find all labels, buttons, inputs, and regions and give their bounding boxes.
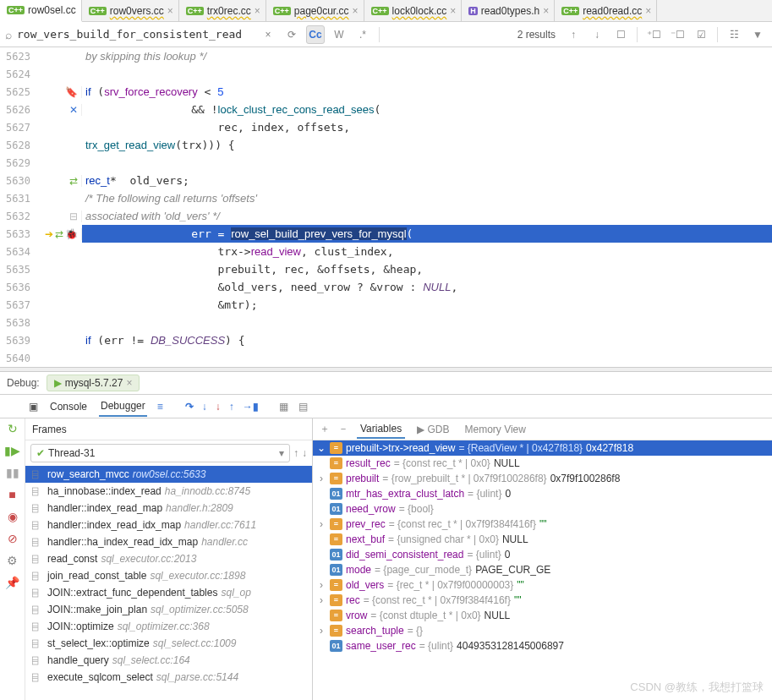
remove-selection[interactable]: ⁻☐	[668, 25, 687, 44]
step-into[interactable]: ↓	[202, 401, 207, 413]
editor-tab[interactable]: C++lock0lock.cc×	[364, 0, 463, 21]
select-all-matches[interactable]: ☐	[611, 25, 630, 44]
more-icon[interactable]: ▤	[298, 401, 308, 413]
variable-row[interactable]: ›=prebuilt = {row_prebuilt_t * | 0x7f9f1…	[313, 471, 772, 486]
code-line[interactable]: prebuilt, rec, &offsets, &heap,	[82, 260, 772, 278]
stack-frame[interactable]: ⌸JOIN::extract_func_dependent_tables sql…	[25, 584, 312, 601]
variable-row[interactable]: 01mtr_has_extra_clust_latch = {ulint} 0	[313, 486, 772, 501]
frame-up[interactable]: ↑	[293, 447, 298, 459]
mute-breakpoints[interactable]: ⊘	[8, 532, 18, 545]
search-refresh[interactable]: ⟳	[282, 25, 301, 44]
code-line[interactable]	[82, 65, 772, 83]
editor-tab[interactable]: C++trx0rec.cc×	[179, 0, 266, 21]
stack-frame[interactable]: ⌸join_read_const_table sql_executor.cc:1…	[25, 567, 312, 584]
stack-frame[interactable]: ⌸read_const sql_executor.cc:2013	[25, 550, 312, 567]
close-icon[interactable]: ×	[126, 377, 132, 389]
stack-frame[interactable]: ⌸row_search_mvcc row0sel.cc:5633	[25, 466, 312, 483]
force-step-into[interactable]: ↓	[216, 401, 221, 413]
add-selection[interactable]: ⁺☐	[644, 25, 663, 44]
filter-icon[interactable]: ▼	[748, 25, 767, 44]
variables-tab[interactable]: Variables	[357, 420, 405, 439]
editor-tab[interactable]: Hread0types.h×	[462, 0, 555, 21]
code-line[interactable]	[82, 314, 772, 331]
code-line[interactable]: associated with 'old_vers' */	[82, 207, 772, 225]
pause-icon[interactable]: ▮▮	[6, 466, 19, 479]
variable-row[interactable]: =next_buf = {unsigned char * | 0x0} NULL	[313, 532, 772, 547]
code-line[interactable]: rec_t* old_vers;	[82, 172, 772, 189]
code-line[interactable]: err = row_sel_build_prev_vers_for_mysql(	[82, 225, 772, 243]
threads-icon[interactable]: ≡	[157, 401, 163, 413]
expand-arrow[interactable]: ›	[316, 625, 326, 637]
next-match[interactable]: ↓	[588, 25, 606, 44]
editor-tab[interactable]: C++row0sel.cc×	[0, 0, 82, 22]
variable-row[interactable]: ›=search_tuple = {}	[313, 623, 772, 638]
memory-view-tab[interactable]: Memory View	[462, 421, 529, 438]
evaluate-expression[interactable]: ▦	[279, 401, 288, 413]
gutter-marks[interactable]: ⊟	[36, 211, 82, 222]
gutter-marks[interactable]: 🔖	[36, 86, 82, 98]
stack-frame[interactable]: ⌸st_select_lex::optimize sql_select.cc:1…	[25, 635, 312, 652]
stack-frame[interactable]: ⌸JOIN::make_join_plan sql_optimizer.cc:5…	[25, 601, 312, 618]
variable-row[interactable]: =result_rec = {const rec_t * | 0x0} NULL	[313, 456, 772, 471]
code-line[interactable]: trx_get_read_view(trx))) {	[82, 136, 772, 154]
editor-tab[interactable]: C++page0cur.cc×	[266, 0, 364, 21]
console-icon[interactable]: ▣	[29, 401, 38, 413]
variable-row[interactable]: 01need_vrow = {bool}	[313, 501, 772, 517]
code-line[interactable]: /* The following call returns 'offsets'	[82, 189, 772, 207]
code-line[interactable]: &old_vers, need_vrow ? &vrow : NULL,	[82, 278, 772, 296]
gutter-marks[interactable]: ⇄	[36, 175, 82, 187]
stack-frame[interactable]: ⌸handler::ha_index_read_idx_map handler.…	[25, 533, 312, 550]
close-icon[interactable]: ×	[645, 5, 651, 17]
variable-row[interactable]: ›=rec = {const rec_t * | 0x7f9f384f416f}…	[313, 593, 772, 608]
editor-tab[interactable]: C++read0read.cc×	[555, 0, 657, 21]
regex-toggle[interactable]: .*	[353, 25, 372, 44]
expand-arrow[interactable]: ⌄	[316, 442, 326, 454]
pin-icon[interactable]: 📌	[5, 576, 19, 589]
variable-row[interactable]: ⌄=prebuilt->trx->read_view = {ReadView *…	[313, 440, 772, 456]
step-over[interactable]: ↷	[185, 401, 194, 413]
run-to-cursor[interactable]: →▮	[243, 401, 259, 413]
select-all[interactable]: ☑	[692, 25, 710, 44]
add-watch[interactable]: ＋	[320, 422, 330, 436]
close-icon[interactable]: ×	[353, 5, 359, 17]
stop-icon[interactable]: ■	[8, 488, 15, 501]
variable-row[interactable]: 01mode = {page_cur_mode_t} PAGE_CUR_GE	[313, 562, 772, 577]
console-tab[interactable]: Console	[48, 397, 89, 416]
whole-word-toggle[interactable]: W	[330, 25, 348, 44]
variable-row[interactable]: =vrow = {const dtuple_t * | 0x0} NULL	[313, 608, 772, 623]
close-icon[interactable]: ×	[450, 5, 456, 17]
close-icon[interactable]: ×	[543, 5, 549, 17]
debug-settings-icon[interactable]: ⚙	[7, 554, 18, 567]
gutter-marks[interactable]: ➔⇄🐞	[36, 228, 82, 240]
expand-arrow[interactable]: ›	[316, 473, 326, 484]
variable-row[interactable]: 01same_user_rec = {ulint} 40493531281450…	[313, 638, 772, 654]
search-input[interactable]	[17, 28, 254, 41]
code-editor[interactable]: 562356245625🔖5626✕5627562856295630⇄56315…	[0, 47, 772, 367]
code-line[interactable]: trx->read_view, clust_index,	[82, 243, 772, 260]
variable-row[interactable]: 01did_semi_consistent_read = {ulint} 0	[313, 547, 772, 562]
code-line[interactable]: if (err != DB_SUCCESS) {	[82, 331, 772, 349]
remove-watch[interactable]: －	[338, 422, 348, 436]
editor-tab[interactable]: C++row0vers.cc×	[82, 0, 179, 21]
variable-row[interactable]: ›=old_vers = {rec_t * | 0x7f9f00000003} …	[313, 577, 772, 593]
run-config[interactable]: ▶ mysql-5.7.27 ×	[47, 375, 140, 391]
code-line[interactable]: if (srv_force_recovery < 5	[82, 83, 772, 101]
close-icon[interactable]: ×	[167, 5, 173, 17]
clear-search[interactable]: ×	[259, 25, 277, 44]
stack-frame[interactable]: ⌸JOIN::optimize sql_optimizer.cc:368	[25, 618, 312, 635]
expand-arrow[interactable]: ›	[316, 579, 326, 591]
frame-down[interactable]: ↓	[302, 447, 307, 459]
gutter-marks[interactable]: ✕	[36, 104, 82, 116]
code-line[interactable]: rec, index, offsets,	[82, 118, 772, 136]
code-line[interactable]: by skipping this lookup */	[82, 47, 772, 65]
step-out[interactable]: ↑	[229, 401, 234, 413]
debugger-tab[interactable]: Debugger	[99, 396, 147, 417]
thread-selector[interactable]: ✔ Thread-31 ▾	[30, 444, 290, 462]
close-icon[interactable]: ×	[255, 5, 260, 17]
code-line[interactable]: && !lock_clust_rec_cons_read_sees(	[82, 101, 772, 118]
stack-frame[interactable]: ⌸ha_innobase::index_read ha_innodb.cc:87…	[25, 483, 312, 500]
code-line[interactable]	[82, 349, 772, 367]
resume-icon[interactable]: ▮▶	[4, 444, 20, 457]
code-line[interactable]	[82, 154, 772, 172]
stack-frame[interactable]: ⌸handler::index_read_idx_map handler.cc:…	[25, 517, 312, 533]
